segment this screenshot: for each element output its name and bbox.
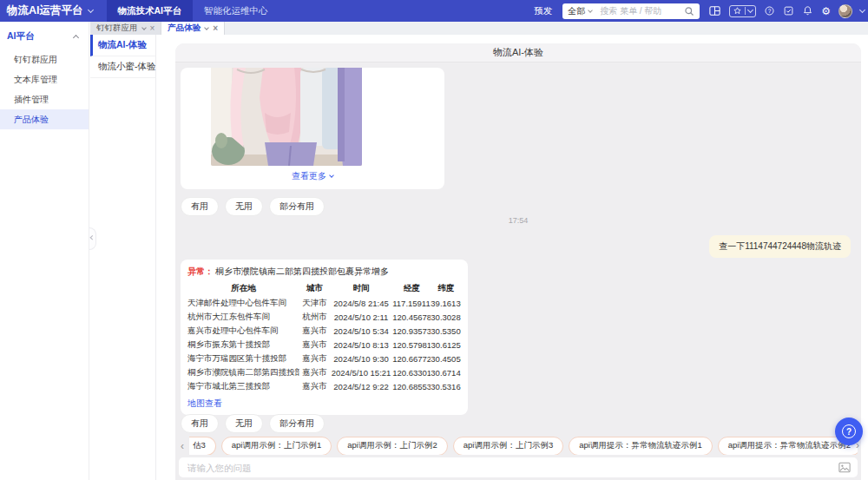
table-row: 天津邮件处理中心包件车间天津市2024/5/8 21:45117.1591153… <box>187 296 461 310</box>
chevron-down-icon <box>329 173 334 178</box>
workspace-tab-label: 钉钉群应用 <box>96 23 138 34</box>
close-icon[interactable]: × <box>213 24 218 33</box>
table-row: 海宁市万瑞园区第十揽投部嘉兴市2024/5/10 9:30120.6677283… <box>187 352 461 365</box>
table-cell: 杭州市 <box>299 310 330 324</box>
table-cell: 2024/5/10 8:13 <box>330 338 392 352</box>
table-cell: 杭州市大江东包件车间 <box>187 310 299 324</box>
table-cell: 桐乡市濮院镇南二部第四揽投部 <box>187 365 299 379</box>
svg-text:?: ? <box>768 8 772 14</box>
tasks-icon[interactable] <box>783 5 794 16</box>
chevron-down-icon <box>87 7 93 13</box>
table-cell: 海宁市城北第三揽投部 <box>187 379 299 393</box>
search-scope-value: 全部 <box>568 5 585 17</box>
table-cell: 30.535098 <box>431 324 461 338</box>
favorites-star-icon <box>733 6 742 16</box>
feedback-button[interactable]: 部分有用 <box>269 414 325 433</box>
topbar-tab[interactable]: 智能化运维中心 <box>193 0 279 22</box>
message-input[interactable] <box>186 462 833 474</box>
chips-prev-icon[interactable]: ‹ <box>181 441 184 451</box>
feedback-button[interactable]: 无用 <box>225 197 263 216</box>
close-icon[interactable]: × <box>150 24 155 33</box>
sub-sidebar: 物流AI-体验物流小蜜-体验 <box>90 35 156 480</box>
sidebar-item[interactable]: 文本库管理 <box>0 69 89 89</box>
global-search[interactable]: 全部 搜索 菜单 / 帮助 <box>562 3 700 19</box>
suggestion-chip[interactable]: api调用示例：上门示例1 <box>221 437 332 455</box>
table-cell: 120.667728 <box>392 352 431 365</box>
table-cell: 天津市 <box>299 296 330 310</box>
feedback-button[interactable]: 有用 <box>181 197 219 216</box>
topbar-tabs: 物流技术AI平台智能化运维中心 <box>107 0 279 22</box>
table-cell: 30.6125 <box>431 338 461 352</box>
workspace-tab[interactable]: 产品体验× <box>161 22 225 35</box>
table-cell: 2024/5/10 2:11 <box>330 310 392 324</box>
sub-sidebar-item[interactable]: 物流AI-体验 <box>90 35 155 56</box>
table-cell: 30.302871 <box>431 310 461 324</box>
table-cell: 120.633012 <box>392 365 431 379</box>
table-header-cell: 所在地 <box>187 281 299 296</box>
table-cell: 嘉兴市 <box>299 365 330 379</box>
divider <box>745 7 746 15</box>
settings-gear-icon[interactable]: ⚙ <box>821 6 831 16</box>
chevron-down-icon[interactable] <box>859 7 865 13</box>
topbar: 物流AI运营平台 物流技术AI平台智能化运维中心 预发 全部 搜索 菜单 / 帮… <box>0 0 868 22</box>
table-row: 桐乡市濮院镇南二部第四揽投部嘉兴市2024/5/10 15:21120.6330… <box>187 365 461 379</box>
message-input-bar <box>179 457 858 477</box>
feedback-button[interactable]: 无用 <box>225 414 263 433</box>
feedback-button[interactable]: 部分有用 <box>269 197 325 216</box>
table-cell: 120.579813 <box>392 338 431 352</box>
suggestion-chip[interactable]: api调用提示：异常物流轨迹示例2 <box>718 437 858 455</box>
chevron-down-icon <box>747 7 753 13</box>
product-image <box>211 68 362 166</box>
brand-menu[interactable]: 物流AI运营平台 <box>7 3 93 18</box>
chevron-left-icon <box>90 236 95 240</box>
sidebar-items: 钉钉群应用文本库管理插件管理产品体验 <box>0 49 89 129</box>
image-upload-icon[interactable] <box>838 462 851 473</box>
anomaly-card: 异常： 桐乡市濮院镇南二部第四揽投部包裹异常增多 所在地城市时间经度纬度 天津邮… <box>181 260 468 415</box>
table-header-cell: 时间 <box>330 281 392 296</box>
table-cell: 嘉兴市 <box>299 338 330 352</box>
bot-image-card: 查看更多 <box>181 68 444 189</box>
bell-icon[interactable] <box>802 5 813 16</box>
sidebar-title[interactable]: AI平台 <box>0 22 89 49</box>
anomaly-table: 所在地城市时间经度纬度 天津邮件处理中心包件车间天津市2024/5/8 21:4… <box>187 281 461 393</box>
sidebar-collapse-handle[interactable] <box>89 227 96 250</box>
workspace-tab[interactable]: 钉钉群应用× <box>90 22 161 35</box>
anomaly-title: 桐乡市濮院镇南二部第四揽投部包裹异常增多 <box>215 266 389 278</box>
table-header-cell: 经度 <box>392 281 431 296</box>
see-more-link[interactable]: 查看更多 <box>181 170 444 182</box>
sidebar-item[interactable]: 钉钉群应用 <box>0 49 89 69</box>
workspace-tab-label: 产品体验 <box>168 23 201 34</box>
table-cell: 海宁市万瑞园区第十揽投部 <box>187 352 299 365</box>
chat-panel: 物流AI-体验 <box>175 43 861 480</box>
suggestion-chip[interactable]: api调用提示：异常物流轨迹示例1 <box>569 437 712 455</box>
table-cell: 天津邮件处理中心包件车间 <box>187 296 299 310</box>
sidebar-item[interactable]: 产品体验 <box>0 109 89 129</box>
chevron-down-icon[interactable] <box>205 25 210 30</box>
table-row: 桐乡市振东第十揽投部嘉兴市2024/5/10 8:13120.57981330.… <box>187 338 461 352</box>
floating-help-button[interactable]: ? <box>835 418 863 445</box>
table-cell: 30.450502 <box>431 352 461 365</box>
table-cell: 2024/5/10 5:34 <box>330 324 392 338</box>
map-view-link[interactable]: 地图查看 <box>187 398 222 410</box>
topbar-tab[interactable]: 物流技术AI平台 <box>107 0 194 22</box>
sidebar-item[interactable]: 插件管理 <box>0 89 89 109</box>
workspace-tabstrip: 钉钉群应用×产品体验× <box>90 22 868 35</box>
apps-icon[interactable] <box>708 4 721 17</box>
chevron-up-icon <box>73 34 79 40</box>
suggestion-chip[interactable]: api调用示例：上门示例3 <box>453 437 563 455</box>
table-cell: 桐乡市振东第十揽投部 <box>187 338 299 352</box>
help-icon[interactable]: ? <box>764 5 775 16</box>
suggestion-chip[interactable]: api调用示例：上门示例2 <box>337 437 447 455</box>
chevron-down-icon[interactable] <box>141 25 147 30</box>
favorites-dropdown[interactable] <box>729 5 756 17</box>
sub-sidebar-item[interactable]: 物流小蜜-体验 <box>90 56 155 78</box>
avatar[interactable] <box>838 4 852 18</box>
chat-scroll-area[interactable]: 查看更多 有用无用部分有用 17:54 查一下1114744724448物流轨迹… <box>175 63 861 437</box>
feedback-button[interactable]: 有用 <box>181 414 219 433</box>
table-cell: 2024/5/12 9:22 <box>330 379 392 393</box>
table-row: 海宁市城北第三揽投部嘉兴市2024/5/12 9:22120.68553230.… <box>187 379 461 393</box>
search-icon <box>684 6 694 16</box>
search-scope-dropdown[interactable]: 全部 <box>568 5 592 17</box>
see-more-label: 查看更多 <box>292 170 326 182</box>
suggestion-chip[interactable]: 估3 <box>189 437 216 455</box>
